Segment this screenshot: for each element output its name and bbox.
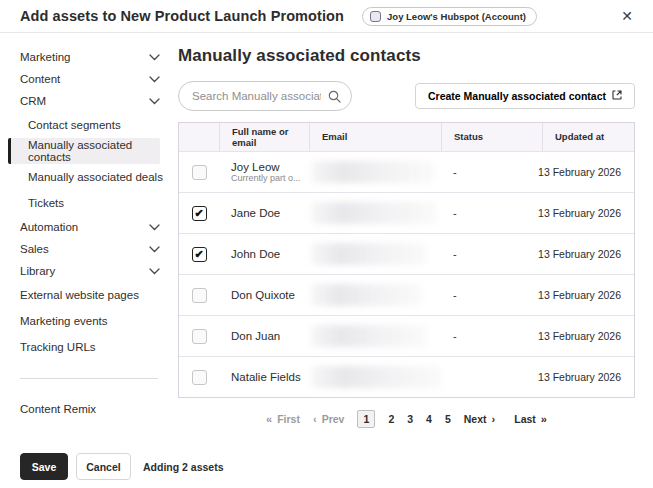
sidebar-item-label: Library	[20, 265, 55, 277]
account-pill-label: Joy Leow's Hubspot (Account)	[387, 11, 526, 22]
sidebar-divider	[20, 378, 158, 379]
sidebar-item-contact-segments[interactable]: Contact segments	[0, 112, 178, 138]
contact-status: -	[441, 234, 542, 274]
sidebar-item-automation[interactable]: Automation	[0, 216, 178, 238]
sidebar-item-crm[interactable]: CRM	[0, 90, 178, 112]
sidebar-item-external-website-pages[interactable]: External website pages	[0, 282, 178, 308]
sidebar-item-content[interactable]: Content	[0, 68, 178, 90]
chevron-left-icon: ‹	[313, 413, 317, 425]
pagination-next[interactable]: Next ›	[464, 413, 495, 425]
email-redacted	[311, 202, 436, 224]
adding-assets-label: Adding 2 assets	[143, 461, 224, 473]
email-redacted	[311, 366, 441, 388]
row-checkbox[interactable]	[192, 165, 207, 180]
chevron-down-icon	[149, 246, 160, 253]
sidebar-item-label: Sales	[20, 243, 49, 255]
sidebar-item-label: Marketing events	[20, 315, 108, 327]
add-assets-modal: Add assets to New Product Launch Promoti…	[0, 0, 653, 488]
contact-name: Joy Leow	[231, 161, 303, 173]
row-checkbox[interactable]	[192, 288, 207, 303]
row-checkbox[interactable]	[192, 247, 207, 262]
header-updated-at: Updated at	[542, 123, 634, 151]
pagination-page-3[interactable]: 3	[407, 413, 413, 425]
external-link-icon	[612, 90, 622, 102]
sidebar-item-library[interactable]: Library	[0, 260, 178, 282]
pagination-page-2[interactable]: 2	[388, 413, 394, 425]
chevron-right-icon: ›	[492, 413, 496, 425]
contact-updated: 13 February 2026	[542, 193, 634, 233]
table-body: Joy Leow Currently part o... - 13 Februa…	[179, 151, 634, 397]
sidebar-item-label: Marketing	[20, 51, 71, 63]
pagination-page-5[interactable]: 5	[445, 413, 451, 425]
contact-name: John Doe	[231, 248, 303, 260]
contact-name: Natalie Fields	[231, 371, 303, 383]
modal-body: Marketing Content CRM Contact segments M…	[0, 33, 653, 488]
sidebar-item-label: Contact segments	[28, 119, 121, 131]
footer-bar: Save Cancel Adding 2 assets	[20, 453, 224, 480]
email-redacted	[311, 284, 421, 306]
double-chevron-right-icon: »	[541, 413, 547, 425]
double-chevron-left-icon: «	[266, 413, 272, 425]
chevron-down-icon	[149, 76, 160, 83]
cancel-button[interactable]: Cancel	[76, 453, 131, 480]
sidebar-item-content-remix[interactable]: Content Remix	[0, 403, 178, 415]
sidebar: Marketing Content CRM Contact segments M…	[0, 33, 178, 488]
pagination-prev-label: Prev	[322, 413, 345, 425]
row-checkbox[interactable]	[192, 206, 207, 221]
sidebar-item-label: Manually associated deals	[28, 171, 163, 183]
sidebar-item-label: Tickets	[28, 197, 64, 209]
sidebar-item-label: Tracking URLs	[20, 341, 96, 353]
modal-header: Add assets to New Product Launch Promoti…	[0, 0, 653, 33]
header-checkbox-cell	[179, 123, 219, 151]
pagination-prev: ‹ Prev	[313, 413, 344, 425]
account-icon	[370, 11, 381, 22]
pagination-page-1[interactable]: 1	[357, 410, 375, 428]
contact-updated: 13 February 2026	[542, 316, 634, 356]
table-row: John Doe - 13 February 2026	[179, 233, 634, 274]
header-status: Status	[441, 123, 542, 151]
sidebar-item-tickets[interactable]: Tickets	[0, 190, 178, 216]
pagination-first-label: First	[277, 413, 300, 425]
pagination-page-4[interactable]: 4	[426, 413, 432, 425]
search-icon	[328, 89, 341, 107]
pagination-last[interactable]: Last »	[514, 413, 547, 425]
pagination: « First ‹ Prev 1 2 3 4 5 Next › Last	[178, 410, 635, 428]
chevron-down-icon	[149, 268, 160, 275]
create-contact-button[interactable]: Create Manually associated contact	[415, 83, 635, 109]
email-redacted	[311, 325, 426, 347]
table-row: Don Quixote - 13 February 2026	[179, 274, 634, 315]
table-row: Don Juan - 13 February 2026	[179, 315, 634, 356]
pagination-first: « First	[266, 413, 300, 425]
sidebar-item-manually-associated-contacts[interactable]: Manually associated contacts	[8, 138, 160, 164]
sidebar-item-marketing[interactable]: Marketing	[0, 46, 178, 68]
contact-subtext: Currently part o...	[231, 173, 303, 183]
sidebar-item-tracking-urls[interactable]: Tracking URLs	[0, 334, 178, 360]
contact-status: -	[441, 193, 542, 233]
main-panel: Manually associated contacts Create Manu…	[178, 33, 653, 488]
contact-status: -	[441, 275, 542, 315]
contact-status: -	[441, 316, 542, 356]
sidebar-item-sales[interactable]: Sales	[0, 238, 178, 260]
sidebar-item-label: Content	[20, 73, 60, 85]
email-redacted	[311, 161, 434, 183]
sidebar-item-marketing-events[interactable]: Marketing events	[0, 308, 178, 334]
search-input[interactable]	[178, 81, 352, 111]
table-row: Joy Leow Currently part o... - 13 Februa…	[179, 151, 634, 192]
close-icon[interactable]: ✕	[621, 9, 633, 23]
create-contact-button-label: Create Manually associated contact	[428, 90, 606, 102]
pagination-next-label: Next	[464, 413, 487, 425]
sidebar-item-label: Automation	[20, 221, 78, 233]
row-checkbox[interactable]	[192, 329, 207, 344]
pagination-last-label: Last	[514, 413, 536, 425]
contact-updated: 13 February 2026	[542, 357, 634, 397]
table-row: Jane Doe - 13 February 2026	[179, 192, 634, 233]
table-header-row: Full name or email Email Status Updated …	[179, 123, 634, 151]
header-full-name: Full name or email	[219, 123, 309, 151]
chevron-down-icon	[149, 98, 160, 105]
chevron-down-icon	[149, 54, 160, 61]
save-button[interactable]: Save	[20, 453, 68, 480]
contact-updated: 13 February 2026	[542, 275, 634, 315]
account-pill[interactable]: Joy Leow's Hubspot (Account)	[362, 7, 537, 26]
row-checkbox[interactable]	[192, 370, 207, 385]
sidebar-item-manually-associated-deals[interactable]: Manually associated deals	[0, 164, 178, 190]
